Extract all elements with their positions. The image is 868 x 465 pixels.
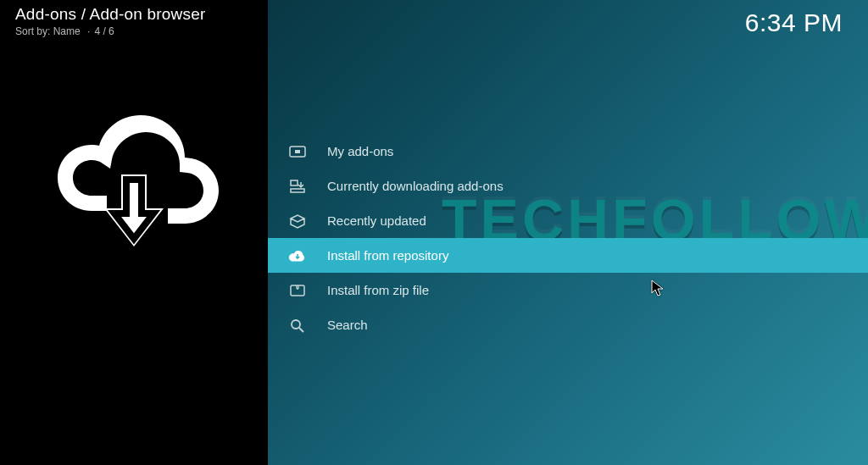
menu-item-my-addons[interactable]: My add-ons	[268, 134, 868, 169]
sidebar-header: Add-ons / Add-on browser Sort by: Name 4…	[0, 0, 268, 39]
sort-label: Sort by:	[15, 25, 50, 37]
menu-item-install-from-zip[interactable]: Install from zip file	[268, 273, 868, 307]
search-icon	[287, 316, 309, 335]
sort-value[interactable]: Name	[53, 25, 81, 37]
cloud-download-icon	[45, 98, 223, 251]
menu-item-label: Search	[327, 318, 368, 332]
menu-item-label: Install from zip file	[327, 283, 429, 297]
addons-icon	[287, 142, 309, 161]
svg-rect-3	[291, 189, 304, 192]
svg-rect-4	[291, 285, 304, 296]
package-icon	[287, 212, 309, 230]
sidebar-hero	[0, 98, 268, 251]
item-counter: 4 / 6	[94, 25, 114, 37]
clock: 6:34 PM	[745, 8, 843, 37]
menu-item-label: Currently downloading add-ons	[327, 179, 504, 193]
svg-rect-1	[295, 150, 300, 153]
menu-item-install-from-repository[interactable]: Install from repository	[268, 238, 868, 273]
main-panel: 6:34 PM TECHFOLLOWS My add-ons Currently…	[268, 0, 868, 465]
menu-list: My add-ons Currently downloading add-ons…	[268, 134, 868, 342]
svg-rect-2	[291, 180, 298, 185]
download-icon	[287, 177, 309, 196]
svg-point-5	[292, 320, 300, 329]
menu-item-recently-updated[interactable]: Recently updated	[268, 203, 868, 238]
separator-dot	[83, 25, 94, 37]
menu-item-search[interactable]: Search	[268, 307, 868, 342]
menu-item-label: Install from repository	[327, 248, 448, 263]
svg-line-6	[299, 328, 303, 332]
cloud-install-icon	[287, 246, 309, 265]
menu-item-label: My add-ons	[327, 144, 393, 158]
sidebar-subheader: Sort by: Name 4 / 6	[15, 25, 258, 37]
sidebar: Add-ons / Add-on browser Sort by: Name 4…	[0, 0, 268, 465]
breadcrumb: Add-ons / Add-on browser	[15, 5, 258, 24]
app-root: Add-ons / Add-on browser Sort by: Name 4…	[0, 0, 868, 465]
zip-icon	[287, 281, 309, 300]
menu-item-label: Recently updated	[327, 213, 426, 228]
menu-item-currently-downloading[interactable]: Currently downloading add-ons	[268, 169, 868, 203]
